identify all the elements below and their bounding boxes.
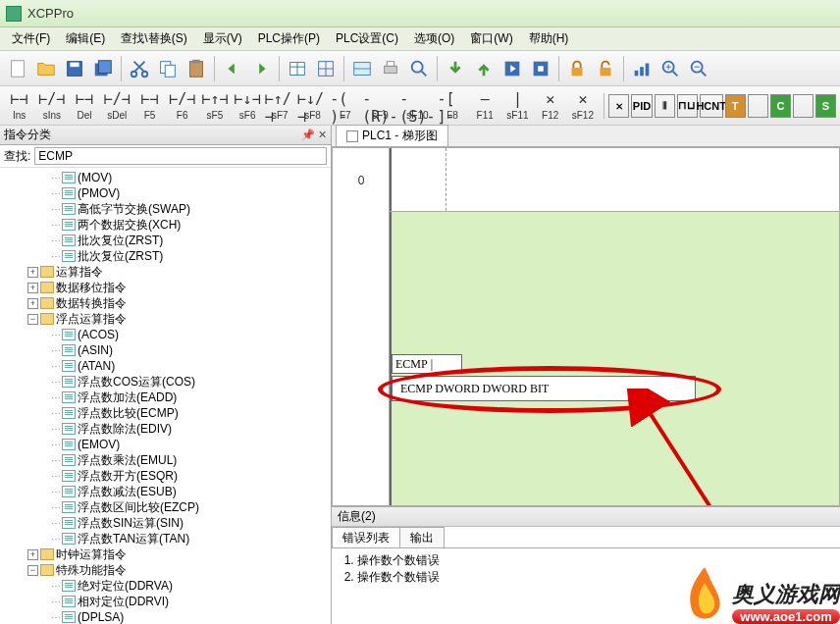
table-icon[interactable] xyxy=(284,55,311,82)
tree-item[interactable]: ⋯浮点数减法(ESUB) xyxy=(0,484,331,499)
cut-icon[interactable] xyxy=(126,55,153,82)
tree-item[interactable]: ⋯浮点数加法(EADD) xyxy=(0,390,331,405)
instruction-tree[interactable]: ⋯(MOV)⋯(PMOV)⋯高低字节交换(SWAP)⋯两个数据交换(XCH)⋯批… xyxy=(0,168,331,624)
grid-icon[interactable] xyxy=(312,55,340,82)
tree-item[interactable]: ⋯(ACOS) xyxy=(0,327,331,342)
menu-item[interactable]: 文件(F) xyxy=(4,28,58,49)
sq-btn[interactable]: ⊓⊔ xyxy=(677,94,698,118)
tree-item[interactable]: ⋯浮点数区间比较(EZCP) xyxy=(0,499,331,515)
undo-icon[interactable] xyxy=(219,55,246,82)
tree-item[interactable]: ⋯(ASIN) xyxy=(0,342,331,358)
tree-item[interactable]: +运算指令 xyxy=(0,264,331,280)
sq-btn[interactable]: HCNT xyxy=(700,94,723,118)
ladder-btn-sF9[interactable]: -(R)-sF9 xyxy=(362,90,397,121)
tree-item[interactable]: ⋯浮点数开方(ESQR) xyxy=(0,468,331,484)
unlock-icon[interactable] xyxy=(592,55,619,82)
download-icon[interactable] xyxy=(442,55,469,82)
print-icon[interactable] xyxy=(377,55,404,82)
tree-item[interactable]: −浮点运算指令 xyxy=(0,311,331,327)
ladder-btn-sF10[interactable]: -(S)-sF10 xyxy=(399,90,435,121)
sq-btn[interactable]: T xyxy=(725,94,746,118)
zoom-out-icon[interactable] xyxy=(685,55,712,82)
new-file-icon[interactable] xyxy=(4,55,31,82)
tab-output[interactable]: 输出 xyxy=(399,527,445,547)
tree-item[interactable]: ⋯批次复位(ZRST) xyxy=(0,233,331,248)
ecmp-input-box[interactable]: ECMP | xyxy=(392,354,462,374)
tree-item[interactable]: ⋯浮点数乘法(EMUL) xyxy=(0,452,331,468)
ladder-btn-F12[interactable]: ✕F12 xyxy=(535,90,565,121)
menu-item[interactable]: PLC设置(C) xyxy=(328,28,406,49)
ladder-editor[interactable]: 0 ECMP | ECMP DWORD DWORD BIT xyxy=(332,147,840,506)
upload-icon[interactable] xyxy=(470,55,498,82)
zoom-in-icon[interactable] xyxy=(656,55,684,82)
ladder-btn-sF7[interactable]: ⊢↑/⊣sF7 xyxy=(265,90,295,121)
tree-item[interactable]: +时钟运算指令 xyxy=(0,546,331,562)
sq-btn[interactable] xyxy=(793,94,814,118)
menu-item[interactable]: 编辑(E) xyxy=(58,28,113,49)
menu-item[interactable]: 帮助(H) xyxy=(521,28,577,49)
svg-rect-8 xyxy=(165,65,175,77)
tree-item[interactable]: ⋯浮点数比较(ECMP) xyxy=(0,405,331,421)
tree-item[interactable]: ⋯相对定位(DDRVI) xyxy=(0,594,331,609)
sq-btn[interactable]: PID xyxy=(631,94,652,118)
ladder-btn-sF12[interactable]: ✕sF12 xyxy=(567,90,598,121)
ladder-btn-sF5[interactable]: ⊢↑⊣sF5 xyxy=(199,90,230,121)
ladder-btn-Ins[interactable]: ⊢⊣Ins xyxy=(4,90,34,121)
ladder-btn-sDel[interactable]: ⊢/⊣sDel xyxy=(102,90,132,121)
tree-item[interactable]: ⋯浮点数SIN运算(SIN) xyxy=(0,515,331,531)
menu-item[interactable]: 查找\替换(S) xyxy=(113,28,194,49)
doc-icon xyxy=(346,130,358,142)
sq-btn[interactable]: ⨉ xyxy=(608,94,629,118)
open-folder-icon[interactable] xyxy=(32,55,60,82)
sq-btn[interactable]: C xyxy=(770,94,791,118)
menu-item[interactable]: 选项(O) xyxy=(406,28,462,49)
ladder-btn-F8[interactable]: -[ ]-F8 xyxy=(437,90,467,121)
ladder-btn-sF8[interactable]: ⊢↓/⊣sF8 xyxy=(297,90,328,121)
tree-item[interactable]: ⋯两个数据交换(XCH) xyxy=(0,217,331,233)
save-icon[interactable] xyxy=(61,55,88,82)
tree-item[interactable]: ⋯绝对定位(DDRVA) xyxy=(0,578,331,594)
tree-item[interactable]: ⋯(PMOV) xyxy=(0,185,331,201)
panel-controls[interactable]: 📌 ✕ xyxy=(301,129,327,141)
ladder-btn-Del[interactable]: ⊢⊣Del xyxy=(69,90,99,121)
redo-icon[interactable] xyxy=(247,55,275,82)
ladder-view-icon[interactable] xyxy=(348,55,376,82)
menu-item[interactable]: 窗口(W) xyxy=(462,28,520,49)
lock-icon[interactable] xyxy=(563,55,591,82)
tree-item[interactable]: ⋯浮点数TAN运算(TAN) xyxy=(0,531,331,546)
tree-item[interactable]: ⋯高低字节交换(SWAP) xyxy=(0,201,331,217)
sq-btn[interactable]: ⫴ xyxy=(655,94,675,118)
stop-icon[interactable] xyxy=(527,55,554,82)
flame-icon xyxy=(681,565,728,624)
tab-plc1[interactable]: PLC1 - 梯形图 xyxy=(336,125,448,146)
ladder-btn-F11[interactable]: —F11 xyxy=(470,90,500,121)
tree-item[interactable]: +数据移位指令 xyxy=(0,280,331,295)
run-icon[interactable] xyxy=(499,55,526,82)
tree-item[interactable]: ⋯(MOV) xyxy=(0,170,331,185)
tree-item[interactable]: ⋯批次复位(ZRST) xyxy=(0,248,331,264)
ladder-btn-sF6[interactable]: ⊢↓⊣sF6 xyxy=(233,90,263,121)
menu-item[interactable]: PLC操作(P) xyxy=(250,28,328,49)
tree-item[interactable]: −特殊功能指令 xyxy=(0,562,331,578)
find-icon[interactable] xyxy=(405,55,433,82)
tree-item[interactable]: ⋯(DPLSA) xyxy=(0,609,331,624)
paste-icon[interactable] xyxy=(183,55,210,82)
ladder-btn-sIns[interactable]: ⊢/⊣sIns xyxy=(36,90,67,121)
chart-icon[interactable] xyxy=(628,55,656,82)
tree-item[interactable]: +数据转换指令 xyxy=(0,295,331,311)
sq-btn[interactable]: S xyxy=(815,94,836,118)
ladder-btn-F6[interactable]: ⊢/⊣F6 xyxy=(167,90,197,121)
copy-icon[interactable] xyxy=(154,55,182,82)
tree-item[interactable]: ⋯浮点数除法(EDIV) xyxy=(0,421,331,437)
sq-btn[interactable] xyxy=(748,94,768,118)
tree-item[interactable]: ⋯浮点数COS运算(COS) xyxy=(0,374,331,390)
ladder-btn-F7[interactable]: -( )-F7 xyxy=(330,90,360,121)
tab-errors[interactable]: 错误列表 xyxy=(332,527,400,547)
search-input[interactable] xyxy=(34,147,327,165)
tree-item[interactable]: ⋯(ATAN) xyxy=(0,358,331,374)
ladder-btn-sF11[interactable]: |sF11 xyxy=(502,90,533,121)
save-all-icon[interactable] xyxy=(89,55,117,82)
ladder-btn-F5[interactable]: ⊢⊣F5 xyxy=(134,90,165,121)
menu-item[interactable]: 显示(V) xyxy=(195,28,250,49)
tree-item[interactable]: ⋯(EMOV) xyxy=(0,437,331,452)
